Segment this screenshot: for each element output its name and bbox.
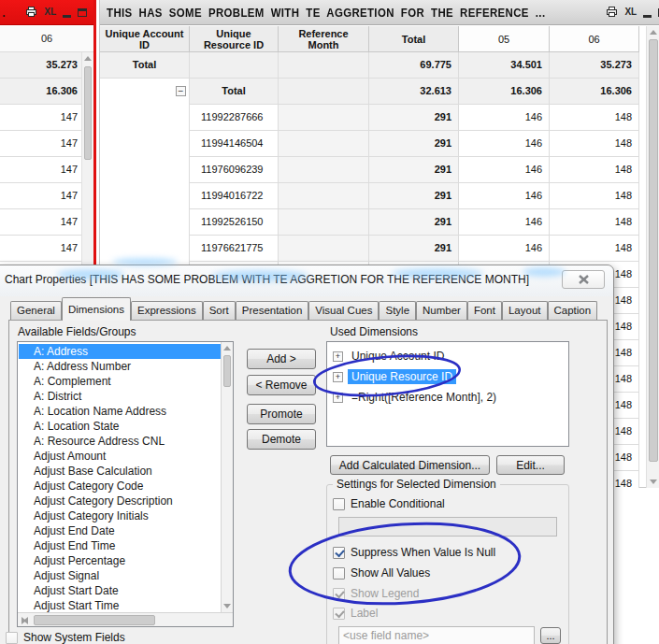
suppress-when-null-checkbox[interactable]	[333, 547, 345, 559]
field-list-item[interactable]: A: District	[19, 389, 221, 404]
field-list-item[interactable]: Adjust Signal	[19, 568, 221, 583]
expand-icon[interactable]	[333, 372, 343, 382]
promote-button[interactable]: Promote	[247, 404, 316, 424]
demote-button[interactable]: Demote	[247, 429, 316, 450]
expand-icon[interactable]	[333, 393, 343, 403]
table-row[interactable]: 147	[0, 236, 93, 262]
show-all-values-checkbox[interactable]	[333, 567, 345, 580]
scroll-up-icon[interactable]	[82, 52, 93, 64]
table-row[interactable]: 11992287666291146148	[100, 105, 640, 131]
field-list-item[interactable]: Adjust Start Date	[19, 583, 221, 598]
maximize-icon[interactable]	[78, 8, 87, 17]
remove-button[interactable]: < Remove	[247, 375, 316, 395]
table-row[interactable]: 35.273	[0, 52, 93, 79]
browse-label-button[interactable]: ...	[540, 627, 561, 644]
scroll-right-icon[interactable]	[18, 614, 30, 626]
table-row[interactable]: 11992526150291146148	[100, 209, 640, 236]
show-system-fields-checkbox[interactable]	[6, 632, 18, 644]
table-row[interactable]: Total69.77534.50135.273	[100, 52, 640, 79]
field-list-item[interactable]: Adjust Base Calculation	[19, 464, 221, 479]
used-dimension-row[interactable]: Unique Account ID	[327, 347, 568, 367]
tab-visual-cues[interactable]: Visual Cues	[308, 301, 379, 320]
enable-conditional-checkbox[interactable]	[333, 498, 345, 510]
field-list-item[interactable]: Adjust Amount	[19, 449, 221, 464]
excel-export-icon[interactable]: XL	[44, 7, 56, 17]
column-header[interactable]: Reference Month	[279, 26, 369, 52]
table-row[interactable]: 147	[0, 131, 93, 157]
scrollbar-thumb[interactable]	[649, 39, 658, 462]
left-window-scrollbar[interactable]	[81, 52, 93, 265]
label-checkbox[interactable]	[333, 608, 345, 620]
field-list-item[interactable]: Adjust End Date	[19, 523, 221, 538]
field-list-item[interactable]: A: Location State	[19, 419, 221, 434]
scrollbar-thumb[interactable]	[223, 355, 231, 387]
close-button[interactable]	[562, 270, 605, 289]
column-header[interactable]: Unique Account ID	[100, 26, 190, 52]
tab-presentation[interactable]: Presentation	[236, 301, 309, 320]
add-button[interactable]: Add >	[247, 349, 316, 369]
excel-export-icon[interactable]: XL	[624, 7, 637, 17]
field-list-item[interactable]: Adjust Category Initials	[19, 508, 221, 523]
account-cell: Total	[100, 52, 190, 79]
value-cell: 146	[459, 157, 550, 183]
scroll-down-icon[interactable]	[222, 600, 233, 612]
dimension-label-input[interactable]	[338, 626, 535, 644]
edit-button[interactable]: Edit...	[496, 455, 565, 475]
table-row[interactable]: 11976621775291146148	[100, 236, 640, 262]
column-header[interactable]: Unique Resource ID	[190, 26, 279, 52]
column-header[interactable]: 06	[550, 26, 639, 52]
field-list-item[interactable]: A: Resource Address CNL	[19, 434, 221, 449]
available-list-hscrollbar[interactable]	[18, 612, 233, 626]
column-header[interactable]: 05	[459, 26, 550, 52]
tab-expressions[interactable]: Expressions	[131, 301, 203, 320]
table-row[interactable]: 147	[0, 105, 93, 131]
table-row[interactable]: 147	[0, 157, 93, 183]
scroll-up-icon[interactable]	[647, 26, 659, 38]
collapse-icon[interactable]	[176, 86, 186, 96]
field-list-item[interactable]: A: Address Number	[19, 359, 221, 374]
field-list-item[interactable]: Adjust Percentage	[19, 553, 221, 568]
scrollbar-thumb[interactable]	[84, 66, 92, 160]
tab-caption[interactable]: Caption	[548, 301, 598, 320]
tab-general[interactable]: General	[10, 301, 62, 320]
field-list-item[interactable]: A: Location Name Address	[19, 404, 221, 419]
print-icon[interactable]	[606, 4, 618, 21]
add-calculated-dimension-button[interactable]: Add Calculated Dimension...	[330, 455, 490, 475]
used-dimension-label: Unique Account ID	[348, 349, 448, 364]
tab-sort[interactable]: Sort	[203, 301, 236, 320]
conditional-expression-input[interactable]	[338, 517, 557, 537]
tab-font[interactable]: Font	[467, 301, 502, 320]
pivot-window-titlebar[interactable]: THIS HAS SOME PROBLEM WITH TE AGGRETION …	[100, 0, 659, 25]
minimize-icon[interactable]	[63, 15, 71, 18]
tab-layout[interactable]: Layout	[502, 301, 548, 320]
field-list-item[interactable]: Adjust End Time	[19, 538, 221, 553]
used-dimension-row[interactable]: Unique Resource ID	[327, 367, 568, 388]
tab-number[interactable]: Number	[416, 301, 467, 320]
available-list-vscrollbar[interactable]	[221, 342, 233, 612]
show-legend-checkbox[interactable]	[333, 588, 345, 600]
print-icon[interactable]	[25, 4, 37, 21]
left-window-titlebar[interactable]: . XL	[0, 0, 93, 25]
scrollbar-thumb[interactable]	[34, 615, 155, 625]
scroll-down-icon[interactable]	[647, 476, 659, 488]
table-row[interactable]: 16.306	[0, 79, 93, 105]
pivot-scrollbar[interactable]	[646, 26, 659, 488]
column-header[interactable]: Total	[369, 26, 459, 52]
expand-icon[interactable]	[333, 351, 343, 362]
table-row[interactable]: 11994016722291146148	[100, 183, 640, 209]
field-list-item[interactable]: A: Complement	[19, 374, 221, 389]
table-row[interactable]: Total32.61316.30616.306	[100, 79, 640, 105]
tab-dimensions[interactable]: Dimensions	[62, 297, 131, 321]
field-list-item[interactable]: A: Address	[19, 344, 221, 359]
field-list-item[interactable]: Adjust Start Time	[19, 598, 221, 613]
field-list-item[interactable]: Adjust Category Description	[19, 494, 221, 508]
table-row[interactable]: 147	[0, 209, 93, 236]
minimize-icon[interactable]	[643, 15, 652, 18]
table-row[interactable]: 147	[0, 183, 93, 209]
used-dimension-row[interactable]: =Right([Reference Month], 2)	[327, 388, 568, 408]
field-list-item[interactable]: Adjust Category Code	[19, 479, 221, 494]
scroll-up-icon[interactable]	[222, 342, 233, 354]
table-row[interactable]: 11976096239291146148	[100, 157, 640, 183]
table-row[interactable]: 11994146504291146148	[100, 131, 640, 157]
tab-style[interactable]: Style	[379, 301, 416, 320]
